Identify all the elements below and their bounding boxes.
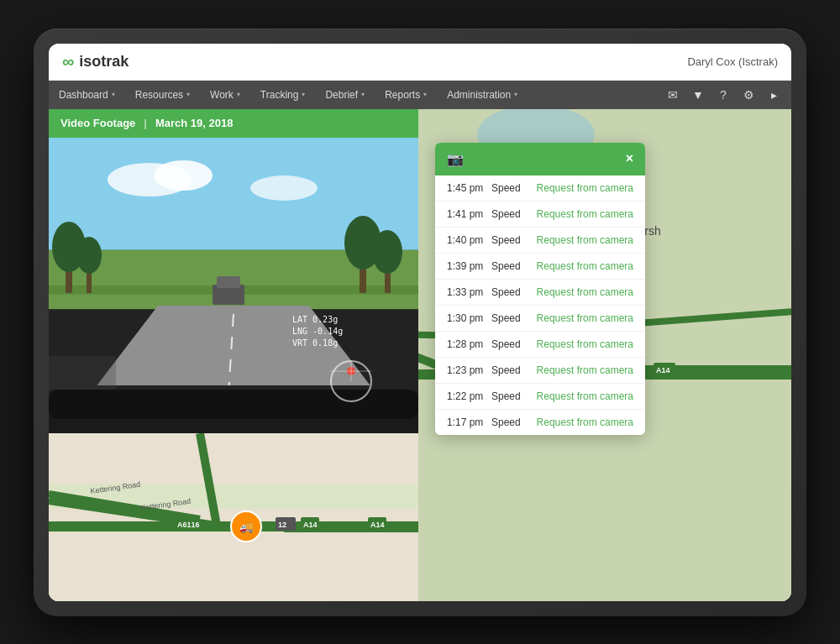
request-camera-link[interactable]: Request from camera xyxy=(537,208,633,220)
event-row: 1:45 pm Speed Request from camera xyxy=(435,175,645,202)
event-type: Speed xyxy=(491,416,530,428)
logo: ∞ isotrak xyxy=(62,52,129,71)
request-camera-link[interactable]: Request from camera xyxy=(537,182,633,194)
help-button[interactable]: ? xyxy=(712,84,734,106)
nav-item-resources[interactable]: Resources ▾ xyxy=(125,81,200,109)
event-row: 1:23 pm Speed Request from camera xyxy=(435,358,645,384)
video-separator: | xyxy=(144,117,147,129)
svg-point-15 xyxy=(154,160,213,191)
event-type: Speed xyxy=(491,312,530,324)
video-date: March 19, 2018 xyxy=(155,117,234,129)
svg-text:A14: A14 xyxy=(656,366,670,374)
request-camera-link[interactable]: Request from camera xyxy=(537,364,633,376)
video-feed: LAT 0.23g LNG -0.14g VRT 0.18g xyxy=(49,138,418,433)
event-row: 1:30 pm Speed Request from camera xyxy=(435,306,645,332)
event-time: 1:17 pm xyxy=(447,416,485,428)
svg-rect-35 xyxy=(49,356,116,390)
left-panel: Video Footage | March 19, 2018 xyxy=(49,109,418,601)
event-row: 1:22 pm Speed Request from camera xyxy=(435,384,645,410)
svg-text:LNG -0.14g: LNG -0.14g xyxy=(292,327,343,336)
filter-button[interactable]: ▼ xyxy=(687,84,709,106)
map-section: Kettering Road Kettering Road A6116 A14 … xyxy=(49,433,418,601)
chevron-down-icon: ▾ xyxy=(112,91,115,98)
nav-label-tracking: Tracking xyxy=(260,89,299,101)
nav-label-resources: Resources xyxy=(135,89,183,101)
nav-item-tracking[interactable]: Tracking ▾ xyxy=(250,81,316,109)
event-type: Speed xyxy=(491,234,530,246)
video-title: Video Footage xyxy=(60,117,135,129)
svg-point-16 xyxy=(250,175,318,201)
event-time: 1:30 pm xyxy=(447,312,485,324)
event-time: 1:39 pm xyxy=(447,260,485,272)
event-type: Speed xyxy=(491,208,530,220)
logo-icon: ∞ xyxy=(62,52,74,71)
nav-item-administration[interactable]: Administration ▾ xyxy=(437,81,528,109)
events-header: 📷 × xyxy=(435,143,645,175)
chevron-down-icon: ▾ xyxy=(514,91,517,98)
settings-button[interactable]: ⚙ xyxy=(738,84,759,106)
user-name: Daryl Cox (Isctrak) xyxy=(687,55,778,68)
svg-text:12: 12 xyxy=(278,521,286,529)
svg-text:LAT 0.23g: LAT 0.23g xyxy=(292,315,338,324)
request-camera-link[interactable]: Request from camera xyxy=(537,234,633,246)
svg-rect-31 xyxy=(217,276,240,288)
nav-label-reports: Reports xyxy=(385,89,420,101)
video-section: Video Footage | March 19, 2018 xyxy=(49,109,418,433)
video-header: Video Footage | March 19, 2018 xyxy=(49,109,418,138)
main-content: A14 Kettering Road Kettering Road Titchm… xyxy=(49,109,791,601)
nav-item-debrief[interactable]: Debrief ▾ xyxy=(315,81,375,109)
nav-label-dashboard: Dashboard xyxy=(59,89,108,101)
events-list: 1:45 pm Speed Request from camera 1:41 p… xyxy=(435,175,645,435)
event-type: Speed xyxy=(491,390,530,402)
nav-bar: Dashboard ▾ Resources ▾ Work ▾ Tracking … xyxy=(49,81,791,109)
tablet-screen: ∞ isotrak Daryl Cox (Isctrak) Dashboard … xyxy=(49,44,791,601)
event-row: 1:17 pm Speed Request from camera xyxy=(435,410,645,435)
request-camera-link[interactable]: Request from camera xyxy=(537,390,633,402)
event-time: 1:45 pm xyxy=(447,182,485,194)
svg-text:🚚: 🚚 xyxy=(239,520,255,534)
camera-icon: 📷 xyxy=(447,151,464,167)
chevron-down-icon: ▾ xyxy=(423,91,427,98)
svg-point-29 xyxy=(372,230,402,274)
event-type: Speed xyxy=(491,364,530,376)
chevron-down-icon: ▾ xyxy=(361,91,365,98)
event-type: Speed xyxy=(491,260,530,272)
svg-rect-33 xyxy=(49,390,418,419)
event-time: 1:33 pm xyxy=(447,286,485,298)
nav-item-work[interactable]: Work ▾ xyxy=(200,81,250,109)
top-bar: ∞ isotrak Daryl Cox (Isctrak) xyxy=(49,44,791,81)
event-type: Speed xyxy=(491,286,530,298)
logo-text: isotrak xyxy=(79,53,129,71)
event-type: Speed xyxy=(491,182,530,194)
event-time: 1:22 pm xyxy=(447,390,485,402)
nav-label-work: Work xyxy=(210,89,234,101)
event-row: 1:33 pm Speed Request from camera xyxy=(435,280,645,306)
svg-point-25 xyxy=(76,237,102,274)
nav-tools: ✉ ▼ ? ⚙ ▸ xyxy=(662,84,791,106)
request-camera-link[interactable]: Request from camera xyxy=(537,286,633,298)
request-camera-link[interactable]: Request from camera xyxy=(537,338,633,350)
nav-item-dashboard[interactable]: Dashboard ▾ xyxy=(49,81,125,109)
nav-items: Dashboard ▾ Resources ▾ Work ▾ Tracking … xyxy=(49,81,528,109)
event-time: 1:23 pm xyxy=(447,364,485,376)
nav-label-debrief: Debrief xyxy=(325,89,358,101)
close-button[interactable]: × xyxy=(626,151,633,166)
event-time: 1:40 pm xyxy=(447,234,485,246)
messages-button[interactable]: ✉ xyxy=(662,84,684,106)
event-time: 1:41 pm xyxy=(447,208,485,220)
chevron-down-icon: ▾ xyxy=(186,91,190,98)
nav-item-reports[interactable]: Reports ▾ xyxy=(375,81,437,109)
event-type: Speed xyxy=(491,338,530,350)
event-row: 1:39 pm Speed Request from camera xyxy=(435,254,645,280)
request-camera-link[interactable]: Request from camera xyxy=(537,312,633,324)
event-row: 1:40 pm Speed Request from camera xyxy=(435,228,645,254)
svg-text:A6116: A6116 xyxy=(177,521,200,529)
svg-text:VRT 0.18g: VRT 0.18g xyxy=(292,338,338,348)
events-panel: 📷 × 1:45 pm Speed Request from camera 1:… xyxy=(435,143,645,435)
panel-button[interactable]: ▸ xyxy=(763,84,785,106)
chevron-down-icon: ▾ xyxy=(302,91,305,98)
tablet-shell: ∞ isotrak Daryl Cox (Isctrak) Dashboard … xyxy=(34,29,806,616)
request-camera-link[interactable]: Request from camera xyxy=(537,260,633,272)
request-camera-link[interactable]: Request from camera xyxy=(537,416,633,428)
event-row: 1:28 pm Speed Request from camera xyxy=(435,332,645,358)
